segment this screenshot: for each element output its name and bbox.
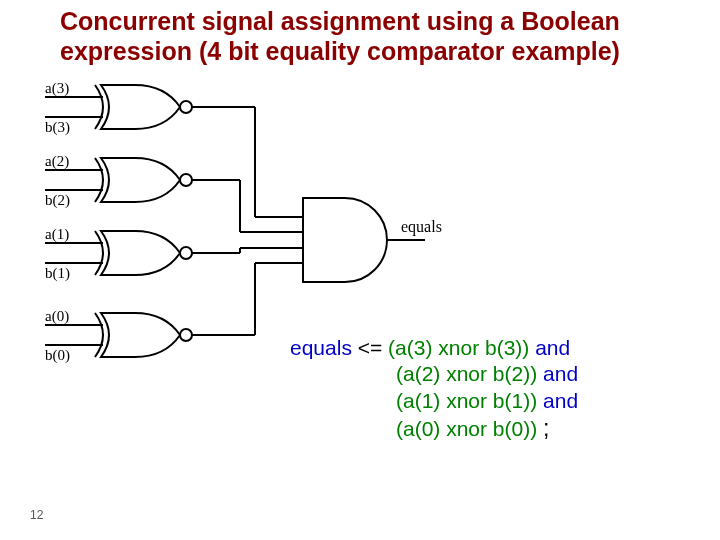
code-assign-op: <= (358, 336, 383, 359)
title-line-2: expression (4 bit equality comparator ex… (60, 37, 620, 65)
code-signal: equals (290, 336, 352, 359)
label-a0: a(0) (45, 308, 69, 325)
code-expr-1: (a(3) xnor b(3)) (388, 336, 529, 359)
code-expr-4: (a(0) xnor b(0)) (396, 417, 537, 440)
label-b2: b(2) (45, 192, 70, 209)
xnor-gate-2 (95, 158, 192, 202)
title-line-1: Concurrent signal assignment using a Boo… (60, 7, 620, 35)
code-expr-2: (a(2) xnor b(2)) (396, 362, 537, 385)
label-b1: b(1) (45, 265, 70, 282)
code-and-1: and (535, 336, 570, 359)
vhdl-code: equals <= (a(3) xnor b(3)) and (a(2) xno… (290, 335, 578, 443)
label-a1: a(1) (45, 226, 69, 243)
label-equals: equals (401, 218, 442, 236)
page-number: 12 (30, 508, 43, 522)
label-b3: b(3) (45, 119, 70, 136)
and-gate: equals (303, 198, 442, 282)
xnor-gate-3 (95, 85, 192, 129)
label-b0: b(0) (45, 347, 70, 364)
label-a2: a(2) (45, 153, 69, 170)
xnor-gate-1 (95, 231, 192, 275)
code-expr-3: (a(1) xnor b(1)) (396, 389, 537, 412)
code-and-3: and (543, 389, 578, 412)
xnor-gate-0 (95, 313, 192, 357)
code-and-2: and (543, 362, 578, 385)
code-semicolon: ; (543, 415, 549, 441)
label-a3: a(3) (45, 80, 69, 97)
